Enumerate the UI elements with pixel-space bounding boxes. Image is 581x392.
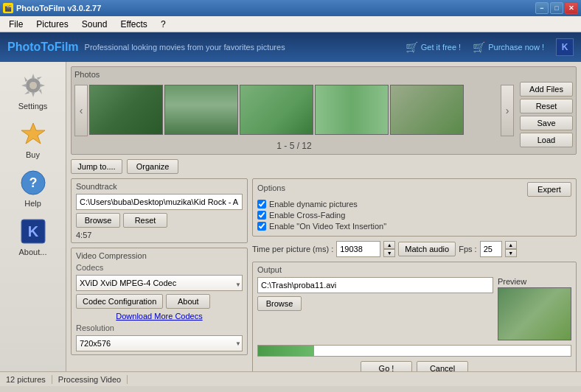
- sidebar-item-about[interactable]: K About...: [4, 214, 62, 259]
- soundtrack-duration: 4:57: [76, 231, 243, 239]
- about-icon: K: [18, 217, 48, 246]
- checkbox-crossfade-input[interactable]: [257, 211, 266, 220]
- preview-image: [498, 288, 571, 340]
- sidebar-item-buy[interactable]: Buy: [4, 116, 62, 162]
- menu-help[interactable]: ?: [155, 18, 172, 31]
- resolution-label: Resolution: [76, 323, 243, 332]
- menu-file[interactable]: File: [3, 18, 29, 31]
- match-audio-button[interactable]: Match audio: [398, 242, 456, 256]
- preview-label: Preview: [498, 277, 571, 286]
- time-label: Time per picture (ms) :: [252, 245, 333, 253]
- right-panel: Photos ‹ › 1 - 5 / 12: [66, 62, 581, 371]
- fps-input[interactable]: [480, 241, 502, 257]
- photo-thumb-5[interactable]: [390, 85, 464, 135]
- sidebar-item-help[interactable]: ? Help: [4, 165, 62, 211]
- menu-pictures[interactable]: Pictures: [30, 18, 74, 31]
- menu-bar: File Pictures Sound Effects ?: [0, 16, 581, 32]
- load-button[interactable]: Load: [520, 133, 573, 147]
- soundtrack-group: Soundtrack Browse Reset 4:57: [71, 178, 248, 243]
- soundtrack-label: Soundtrack: [76, 182, 243, 191]
- menu-sound[interactable]: Sound: [76, 18, 114, 31]
- photo-thumb-3[interactable]: [240, 85, 313, 135]
- svg-point-2: [29, 82, 37, 89]
- expert-button[interactable]: Expert: [527, 182, 571, 197]
- processing-status: Processing Video: [52, 375, 128, 384]
- fps-spinner: ▲ ▼: [505, 241, 517, 257]
- app-icon: 🎬: [3, 3, 13, 13]
- time-down-button[interactable]: ▼: [383, 249, 395, 257]
- svg-text:K: K: [27, 223, 38, 239]
- title-bar: 🎬 PhotoToFilm v3.0.2.77 − □ ✕: [0, 0, 581, 16]
- close-button[interactable]: ✕: [565, 2, 578, 14]
- sidebar-about-label: About...: [19, 248, 47, 256]
- brand-tagline: Professional looking movies from your fa…: [85, 43, 285, 52]
- codec-select-wrapper: XViD XviD MPEG-4 CodecDivX MPEG-4 CodecH…: [76, 275, 243, 294]
- sidebar-item-settings[interactable]: Settings: [4, 68, 62, 113]
- two-col-layout: Soundtrack Browse Reset 4:57 Video Compr…: [71, 178, 577, 371]
- photo-thumb-4[interactable]: [315, 85, 389, 135]
- output-group: Output Browse Preview: [252, 262, 577, 371]
- codec-config-button[interactable]: Codec Configuration: [76, 294, 163, 309]
- question-icon: ?: [18, 168, 48, 197]
- fps-up-button[interactable]: ▲: [505, 241, 517, 249]
- codec-select[interactable]: XViD XviD MPEG-4 CodecDivX MPEG-4 CodecH…: [76, 275, 243, 291]
- time-spinner: ▲ ▼: [383, 241, 395, 257]
- reset-photos-button[interactable]: Reset: [520, 99, 573, 113]
- output-left: Browse: [257, 277, 493, 311]
- gear-icon: [18, 71, 48, 100]
- soundtrack-reset-button[interactable]: Reset: [123, 213, 167, 228]
- get-free-link[interactable]: 🛒 Get it free !: [406, 41, 461, 53]
- video-compression-label: Video Compression: [76, 251, 243, 260]
- checkbox-text-insertion-label: Enable "On Video Text Insertion": [269, 222, 386, 231]
- codecs-label: Codecs: [76, 263, 243, 272]
- output-label: Output: [257, 265, 571, 274]
- checkbox-crossfade-label: Enable Cross-Fading: [269, 211, 345, 220]
- title-text: PhotoToFilm v3.0.2.77: [16, 4, 101, 13]
- options-label: Options: [257, 183, 285, 192]
- output-browse-button[interactable]: Browse: [257, 296, 302, 311]
- cancel-button[interactable]: Cancel: [417, 361, 468, 371]
- time-input[interactable]: [336, 241, 380, 257]
- time-up-button[interactable]: ▲: [383, 241, 395, 249]
- output-row: Browse Preview: [257, 277, 571, 340]
- output-path-input[interactable]: [257, 277, 493, 293]
- k-button[interactable]: K: [556, 38, 574, 56]
- codec-about-button[interactable]: About: [166, 294, 210, 309]
- sidebar-buy-label: Buy: [26, 150, 40, 159]
- checkbox-dynamic-input[interactable]: [257, 200, 266, 209]
- checkbox-text-insertion: Enable "On Video Text Insertion": [257, 222, 571, 231]
- picture-count-status: 12 pictures: [6, 375, 52, 384]
- checkbox-crossfade: Enable Cross-Fading: [257, 211, 571, 220]
- photos-strip: ‹ ›: [74, 82, 514, 139]
- organize-button[interactable]: Organize: [127, 159, 178, 174]
- add-files-button[interactable]: Add Files: [520, 82, 573, 97]
- star-icon: [18, 119, 48, 149]
- actions-row: Jump to.... Organize: [71, 159, 577, 174]
- cart-icon: 🛒: [406, 41, 418, 53]
- main-content: Settings Buy ? Help K: [0, 62, 581, 371]
- fps-down-button[interactable]: ▼: [505, 249, 517, 257]
- resolution-select[interactable]: 720x5761280x7201920x1080640x480: [76, 335, 243, 351]
- photo-thumb-2[interactable]: [164, 85, 238, 135]
- menu-effects[interactable]: Effects: [114, 18, 153, 31]
- fps-label: Fps :: [459, 245, 476, 253]
- svg-text:?: ?: [29, 175, 37, 190]
- next-photo-button[interactable]: ›: [501, 85, 514, 136]
- go-button[interactable]: Go !: [361, 361, 412, 371]
- maximize-button[interactable]: □: [550, 2, 563, 14]
- soundtrack-browse-button[interactable]: Browse: [76, 213, 120, 228]
- svg-marker-3: [21, 123, 45, 144]
- photo-counter: 1 - 5 / 12: [74, 141, 514, 151]
- save-button[interactable]: Save: [520, 116, 573, 130]
- download-codecs-link[interactable]: Download More Codecs: [76, 312, 243, 321]
- purchase-link[interactable]: 🛒 Purchase now !: [473, 41, 544, 53]
- sidebar-settings-label: Settings: [18, 102, 48, 111]
- photo-thumb-1[interactable]: [89, 85, 163, 135]
- minimize-button[interactable]: −: [535, 2, 549, 14]
- checkbox-text-insertion-input[interactable]: [257, 222, 266, 231]
- jump-to-button[interactable]: Jump to....: [71, 159, 122, 174]
- prev-photo-button[interactable]: ‹: [74, 85, 88, 136]
- go-cancel-row: Go ! Cancel: [257, 361, 571, 371]
- soundtrack-path-input[interactable]: [76, 194, 243, 210]
- sidebar: Settings Buy ? Help K: [0, 62, 66, 371]
